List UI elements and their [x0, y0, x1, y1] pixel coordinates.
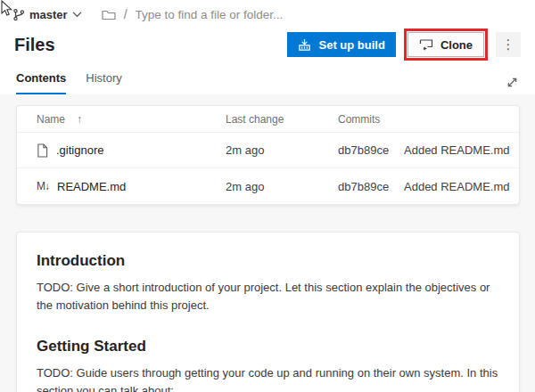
set-up-build-label: Set up build [318, 38, 384, 52]
header-actions: Set up build Clone ⋮ [287, 29, 521, 61]
sort-ascending-icon: ↑ [77, 113, 82, 126]
tab-history[interactable]: History [86, 71, 121, 94]
files-tabs: Contents History [0, 69, 535, 94]
current-branch-name: master [29, 8, 68, 21]
tab-contents[interactable]: Contents [16, 71, 66, 94]
repo-toolbar: master / [0, 0, 535, 23]
table-row[interactable]: .gitignore 2m ago db7b89ce Added README.… [17, 133, 519, 168]
mouse-cursor-icon [0, 0, 13, 17]
readme-section: Getting Started TODO: Guide users throug… [37, 338, 499, 392]
path-separator: / [124, 7, 128, 21]
readme-paragraph: TODO: Give a short introduction of your … [37, 279, 499, 314]
red-highlight-annotation: Clone [404, 29, 488, 61]
page-header: Files Set up build [0, 30, 535, 59]
more-actions-button[interactable]: ⋮ [496, 32, 521, 57]
branch-selector[interactable]: master [12, 8, 82, 21]
more-vertical-icon: ⋮ [502, 37, 515, 52]
last-change-cell: 2m ago [226, 143, 338, 157]
chevron-down-icon [72, 11, 82, 18]
clone-icon [419, 38, 433, 51]
readme-section: Introduction TODO: Give a short introduc… [37, 252, 499, 314]
commit-message-cell: Added README.md... [404, 143, 510, 157]
git-branch-icon [12, 8, 25, 21]
markdown-file-icon: M↓ [37, 180, 49, 192]
readme-preview-card: Introduction TODO: Give a short introduc… [16, 232, 520, 392]
folder-icon [102, 8, 116, 20]
file-icon [37, 143, 48, 158]
clone-button[interactable]: Clone [407, 32, 484, 57]
readme-heading: Introduction [37, 252, 499, 270]
clone-label: Clone [440, 38, 473, 52]
file-name-link[interactable]: README.md [57, 180, 126, 193]
column-header-last-change[interactable]: Last change [226, 113, 338, 126]
column-header-commits[interactable]: Commits [338, 113, 404, 126]
page-title: Files [14, 35, 55, 55]
column-header-name[interactable]: Name↑ [37, 113, 226, 126]
set-up-build-button[interactable]: Set up build [287, 32, 395, 57]
file-path-control: / [102, 7, 341, 21]
commit-hash-link[interactable]: db7b89ce [338, 143, 404, 157]
table-header-row: Name↑ Last change Commits [17, 106, 519, 133]
content-area: Name↑ Last change Commits .gitignore [0, 94, 535, 392]
files-table-card: Name↑ Last change Commits .gitignore [16, 105, 520, 205]
readme-heading: Getting Started [37, 338, 499, 355]
readme-paragraph: TODO: Guide users through getting your c… [37, 364, 499, 392]
fullscreen-expand-icon[interactable] [506, 76, 519, 94]
commit-hash-link[interactable]: db7b89ce [338, 180, 404, 193]
last-change-cell: 2m ago [226, 180, 338, 193]
repo-files-page: master / Files [0, 0, 535, 392]
commit-message-cell: Added README.md... [404, 180, 510, 193]
table-row[interactable]: M↓ README.md 2m ago db7b89ce Added READM… [17, 168, 519, 204]
build-icon [298, 38, 311, 52]
file-name-link[interactable]: .gitignore [56, 143, 103, 157]
find-file-input[interactable] [136, 8, 341, 21]
